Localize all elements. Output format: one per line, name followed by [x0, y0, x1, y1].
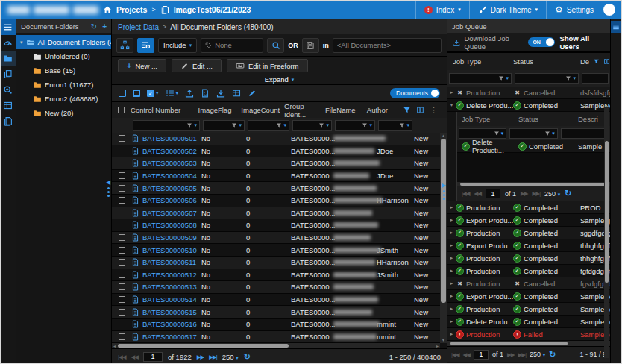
horizontal-scrollbar[interactable]: ◂ ▸	[112, 343, 440, 348]
filter-author[interactable]: ▾	[378, 120, 412, 131]
column-header-description[interactable]: De	[580, 57, 589, 66]
tag-filter-input[interactable]	[215, 41, 259, 49]
job-vertical-scrollbar[interactable]	[604, 107, 609, 358]
subgrid-filter-description[interactable]	[561, 128, 609, 139]
expander-icon[interactable]: ▸	[447, 230, 456, 236]
folder-item-root[interactable]: ▾ All Document Folders (48...	[16, 35, 111, 49]
expander-icon[interactable]: ▸	[447, 293, 456, 299]
subgrid-horizontal-scrollbar[interactable]	[457, 182, 610, 186]
left-panel-collapse-handle[interactable]: ◀	[106, 180, 110, 197]
column-header-author[interactable]: Author	[367, 106, 403, 114]
refresh-icon[interactable]: ↻	[549, 350, 556, 360]
last-page-button[interactable]: ▶▶|	[533, 190, 540, 197]
document-row[interactable]: BATES00000516 No 0 BATES0000... mmint Ne…	[112, 318, 440, 331]
table-icon[interactable]	[0, 98, 16, 113]
home-icon[interactable]	[103, 5, 112, 14]
expander-icon[interactable]: ▸	[447, 90, 456, 95]
job-horizontal-scrollbar[interactable]: ▸	[447, 341, 610, 346]
filter-job-type[interactable]: ▾	[449, 73, 512, 84]
include-dropdown[interactable]: Include ▾	[158, 38, 197, 53]
caret-icon[interactable]: ▾	[20, 40, 23, 46]
control-number-link[interactable]: BATES00000516	[142, 320, 197, 328]
vertical-scrollbar[interactable]: ▲ ▼	[440, 133, 447, 343]
folders-icon[interactable]	[0, 51, 16, 66]
row-checkbox[interactable]	[112, 272, 131, 278]
job-row[interactable]: ▸ ✓Delete Produ... ✓Completed SampleNew	[447, 316, 610, 328]
job-row[interactable]: ▸ ✓Export Produ... ✓Completed SampleNew	[447, 290, 610, 303]
folder-item-0[interactable]: Unfoldered (0)	[16, 49, 111, 63]
document-row[interactable]: BATES00000512 No 0 BATES0000... JSmith N…	[112, 269, 440, 282]
control-number-link[interactable]: BATES00000512	[142, 271, 197, 279]
refresh-icon[interactable]: ↻	[91, 22, 97, 31]
menu-icon[interactable]	[0, 19, 16, 35]
new-button[interactable]: +New ...	[118, 59, 166, 72]
control-number-link[interactable]: BATES00000517	[142, 333, 197, 341]
job-row[interactable]: ▸ ✓Production ✓Completed sggdfgdfgd	[447, 227, 610, 239]
folder-item-1[interactable]: Base (15)	[16, 63, 111, 78]
prev-page-button[interactable]: ◀◀	[131, 354, 138, 360]
control-number-link[interactable]: BATES00000514	[142, 295, 197, 304]
expander-icon[interactable]: ▸	[447, 318, 456, 324]
filter-group-identifier[interactable]: ▾	[292, 120, 332, 131]
filter-control-number[interactable]: ▾	[133, 120, 200, 131]
query-builder-button[interactable]	[116, 38, 133, 53]
documents-toggle[interactable]: Documents	[390, 88, 440, 98]
row-checkbox[interactable]	[112, 210, 131, 216]
export-button[interactable]	[185, 89, 194, 98]
page-size-select[interactable]: 250 ▾	[544, 190, 560, 198]
view-menu-button[interactable]: ▾	[166, 89, 179, 98]
row-checkbox[interactable]	[112, 296, 131, 303]
document-row[interactable]: BATES00000501 No 0 BATES0000... New	[112, 133, 440, 145]
job-row[interactable]: ▸ !Production !Failed SampleNew	[447, 328, 610, 341]
edit-freeform-button[interactable]: Edit in Freeform	[227, 59, 308, 72]
copy-icon[interactable]	[0, 66, 16, 82]
download-button[interactable]	[216, 89, 225, 98]
column-header-job-type[interactable]: Job Type	[447, 57, 513, 66]
control-number-link[interactable]: BATES00000509	[142, 233, 197, 242]
add-folder-icon[interactable]: +	[102, 22, 107, 31]
control-number-link[interactable]: BATES00000505	[142, 184, 197, 192]
first-page-button[interactable]: |◀◀	[118, 354, 125, 360]
dashboard-icon[interactable]	[0, 35, 16, 51]
select-all-checkbox[interactable]	[112, 107, 131, 113]
document-row[interactable]: BATES00000504 No 0 BATES0000... JDoe New	[112, 170, 440, 183]
save-search-button[interactable]	[302, 38, 319, 53]
document-row[interactable]: BATES00000505 No 0 BATES0000... New	[112, 182, 440, 195]
job-row[interactable]: ▸ ✖Production ✖Cancelled fgsdgfgffd	[447, 277, 610, 290]
download-job-queue-button[interactable]: Download Job Queue	[453, 34, 524, 51]
saved-search-button[interactable]	[137, 38, 154, 53]
job-row[interactable]: ▸ ✖Production ✖Cancelled dsfsfdsgfg	[447, 87, 610, 99]
row-checkbox[interactable]	[112, 321, 131, 327]
bulk-edit-button[interactable]	[248, 89, 257, 98]
prev-page-button[interactable]: ◀◀	[462, 351, 470, 358]
document-row[interactable]: BATES00000508 No 0 BATES0000... New	[112, 219, 440, 232]
settings-menu[interactable]: ⚙ Settings	[546, 0, 602, 19]
project-data-link[interactable]: Project Data	[118, 23, 159, 31]
breadcrumb-projects[interactable]: Projects	[116, 5, 147, 14]
expand-toggle[interactable]: Expand ▾	[112, 75, 447, 84]
page-size-select[interactable]: 250 ▾	[222, 353, 239, 361]
column-header-filename[interactable]: FileName	[325, 106, 367, 114]
next-page-button[interactable]: ▶▶	[521, 190, 528, 197]
select-none-button[interactable]	[119, 90, 126, 97]
columns-icon[interactable]	[603, 57, 610, 66]
expander-icon[interactable]: ▸	[447, 217, 456, 223]
page-size-select[interactable]: 250 ▾	[530, 351, 545, 358]
expander-icon[interactable]: ▸	[447, 268, 456, 274]
control-number-link[interactable]: BATES00000502	[142, 147, 197, 155]
folder-item-2[interactable]: Enron1 (11677)	[16, 78, 111, 92]
prev-page-button[interactable]: ◀◀	[474, 190, 481, 197]
job-row[interactable]: ▸ ✓Production ✓Completed SampleNew	[447, 303, 610, 316]
document-row[interactable]: BATES00000515 No 0 BATES0000... New	[112, 306, 440, 318]
user-avatar[interactable]	[603, 4, 615, 16]
control-number-link[interactable]: BATES00000507	[142, 209, 197, 217]
first-page-button[interactable]: |◀◀	[451, 351, 459, 358]
document-row[interactable]: BATES00000517 No 0 BATES0000... mmint Ne…	[112, 331, 440, 344]
control-number-link[interactable]: BATES00000504	[142, 172, 197, 180]
expander-icon[interactable]: ▸	[447, 242, 456, 248]
expander-icon[interactable]: ▸	[447, 331, 456, 337]
row-checkbox[interactable]	[112, 259, 131, 266]
subgrid-filter-job-type[interactable]: ▾	[459, 128, 506, 139]
index-menu[interactable]: ! Index ▾	[415, 0, 469, 19]
expander-icon[interactable]: ▸	[447, 204, 456, 210]
